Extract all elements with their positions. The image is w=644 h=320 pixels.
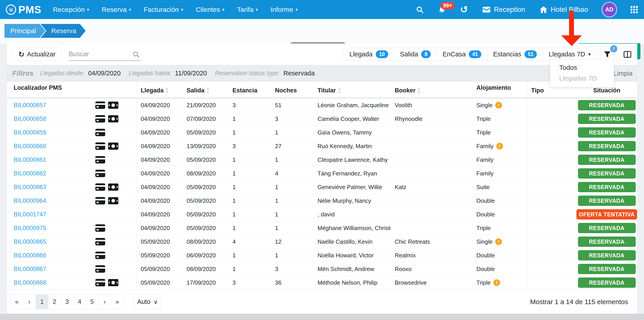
reservation-link[interactable]: BIL0000859: [14, 129, 46, 136]
history-icon[interactable]: ↺: [460, 5, 468, 14]
status-badge: RESERVADA: [578, 196, 636, 206]
reservation-link[interactable]: BIL0000866: [14, 252, 46, 259]
reservation-link[interactable]: BIL0000863: [14, 184, 46, 191]
table-row: BIL000086505/09/202008/09/2020412Naëlle …: [7, 235, 637, 248]
alojamiento-label: Triple: [476, 116, 491, 122]
nav-menu-informe[interactable]: Informe▾: [270, 6, 298, 14]
cell-salida: 06/09/2020: [182, 252, 228, 259]
reservation-link[interactable]: BIL0000865: [14, 238, 46, 245]
cell-situacion: RESERVADA: [576, 114, 637, 124]
per-page-select[interactable]: Auto ∨: [134, 294, 161, 309]
cell-llegada: 04/09/2020: [137, 116, 182, 122]
columns-button[interactable]: [620, 48, 635, 61]
dropdown-item-llegadas-7d[interactable]: Llegadas 7D: [550, 73, 614, 84]
alojamiento-label: Double: [476, 197, 495, 204]
cell-alojamiento: Suite: [472, 180, 527, 194]
cell-salida: 05/09/2020: [182, 129, 228, 136]
col-titular[interactable]: Titular: [314, 87, 391, 94]
page-button-[interactable]: ‹: [23, 294, 36, 309]
cell-llegada: 05/09/2020: [137, 266, 182, 272]
page-button-[interactable]: «: [10, 294, 23, 309]
col-booker[interactable]: Booker: [391, 87, 472, 94]
cell-salida: 05/09/2020: [182, 211, 228, 218]
cell-noches: 3: [271, 266, 314, 272]
table-row: BIL000086004/09/202013/09/2020327Ruò Ken…: [7, 140, 637, 153]
reservation-link[interactable]: BIL0000858: [14, 116, 46, 122]
cell-salida: 05/09/2020: [182, 156, 228, 163]
apps-grid-icon[interactable]: [630, 6, 638, 13]
reservation-link[interactable]: BIL0000862: [14, 170, 46, 177]
page-button-4[interactable]: 4: [73, 294, 86, 309]
cell-llegada: 04/09/2020: [137, 170, 182, 177]
cell-localizador: BIL0000858: [7, 112, 137, 126]
funnel-icon: [604, 51, 611, 58]
reservation-link[interactable]: BIL0000861: [14, 156, 46, 163]
chevron-down-icon: ∨: [154, 298, 158, 305]
quick-filter-llegada[interactable]: Llegada10: [344, 48, 394, 61]
filter-button[interactable]: [600, 48, 615, 61]
nav-menu-facturacion[interactable]: Facturación▾: [144, 6, 183, 14]
quick-filter-label: Llegadas 7D: [549, 50, 585, 58]
cell-booker: Rhynoodle: [391, 116, 472, 122]
page-button-2[interactable]: 2: [48, 294, 61, 309]
cell-titular: Naëlle Castillo, Kevin: [314, 238, 391, 245]
user-avatar[interactable]: AD: [602, 3, 616, 16]
cell-localizador: BIL0000859: [7, 126, 137, 139]
nav-menu-reserva[interactable]: Reserva▾: [102, 6, 131, 14]
breadcrumb-reserva[interactable]: Reserva: [40, 24, 86, 38]
refresh-button[interactable]: ↻ Actualizar: [12, 48, 62, 61]
page-button-[interactable]: »: [111, 294, 124, 309]
search-input[interactable]: [68, 48, 140, 60]
reservations-card: ↻ Actualizar Llegada10Salida8EnCasa41Est…: [7, 44, 637, 314]
cell-titular: Cléopatre Lawrence, Kathy: [314, 156, 391, 163]
clear-filters-link[interactable]: Limpia: [614, 70, 632, 77]
filter-items: Llegadas desde:04/09/2020Llegadas hasta:…: [40, 70, 319, 77]
reservation-link[interactable]: BIL0000868: [14, 279, 46, 286]
nav-menu-clientes[interactable]: Clientes▾: [196, 6, 224, 14]
cell-estancia: 3: [228, 143, 271, 150]
quick-filter-llegadas-7d[interactable]: Llegadas 7D▾: [543, 48, 596, 61]
refresh-label: Actualizar: [27, 50, 56, 58]
status-badge: RESERVADA: [578, 114, 636, 124]
reservation-link[interactable]: BIL0000867: [14, 266, 46, 272]
page-button-5[interactable]: 5: [86, 294, 98, 309]
page-button-[interactable]: ›: [98, 294, 111, 309]
quick-filter-label: Estancias: [493, 50, 522, 58]
reservation-link[interactable]: BIL0000975: [14, 225, 46, 232]
dropdown-item-todos[interactable]: Todos: [550, 62, 614, 73]
cell-localizador: BIL0000860: [7, 140, 137, 153]
page-button-1[interactable]: 1: [36, 294, 48, 309]
nav-menu-tarifa[interactable]: Tarifa▾: [237, 6, 258, 14]
cell-noches: 4: [271, 170, 314, 177]
col-label: Llegada: [141, 87, 164, 94]
breadcrumb-principal[interactable]: Principal: [4, 24, 46, 38]
search-icon[interactable]: [416, 6, 424, 14]
workstation-selector[interactable]: Reception: [482, 6, 525, 14]
cell-situacion: RESERVADA: [576, 264, 637, 274]
quick-filter-encasa[interactable]: EnCasa41: [436, 48, 487, 61]
alojamiento-label: Triple: [476, 279, 491, 286]
cash-icon: [108, 101, 118, 109]
nav-menu-recepcion[interactable]: Recepción▾: [53, 6, 89, 14]
quick-filter-estancias[interactable]: Estancias51: [487, 48, 543, 61]
cell-titular: Noëlla Howard, Victor: [314, 252, 391, 259]
page-button-3[interactable]: 3: [61, 294, 74, 309]
columns-icon: [624, 51, 631, 58]
cell-situacion: RESERVADA: [576, 278, 637, 288]
notifications-bell-icon[interactable]: 99+: [438, 6, 446, 14]
quick-filter-salida[interactable]: Salida8: [394, 48, 436, 61]
app-logo: u PMS: [6, 4, 42, 16]
cell-localizador: BIL0000975: [7, 221, 137, 235]
cell-salida: 08/09/2020: [182, 238, 228, 245]
cell-situacion: RESERVADA: [576, 182, 637, 192]
reservation-link[interactable]: BIL0000860: [14, 143, 46, 150]
reservation-link[interactable]: BIL0000857: [14, 102, 46, 109]
cell-situacion: RESERVADA: [576, 250, 637, 260]
col-salida[interactable]: Salida: [182, 87, 228, 94]
cell-alojamiento: Double: [472, 248, 527, 262]
reservation-link[interactable]: BIL0000964: [14, 197, 46, 204]
col-llegada[interactable]: Llegada: [137, 87, 182, 94]
reservation-link[interactable]: BIL0001747: [14, 211, 46, 218]
cell-salida: 08/09/2020: [182, 266, 228, 272]
quick-filter-label: Salida: [400, 50, 418, 58]
